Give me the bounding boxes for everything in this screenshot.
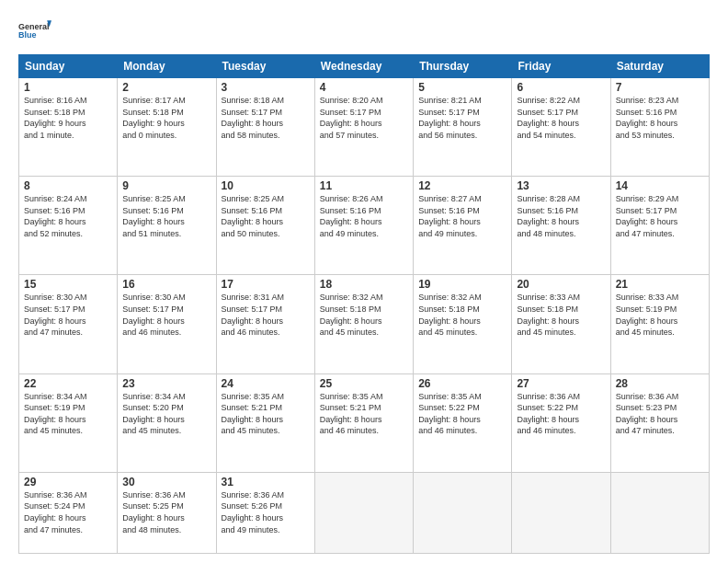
table-row	[314, 472, 413, 553]
table-row: 27Sunrise: 8:36 AMSunset: 5:22 PMDayligh…	[512, 373, 610, 472]
table-row: 31Sunrise: 8:36 AMSunset: 5:26 PMDayligh…	[216, 472, 314, 553]
col-friday: Friday	[512, 55, 610, 78]
col-thursday: Thursday	[414, 55, 512, 78]
page: General Blue Sunday Monday Tuesday Wedne…	[0, 0, 728, 563]
table-row: 18Sunrise: 8:32 AMSunset: 5:18 PMDayligh…	[314, 275, 413, 373]
col-tuesday: Tuesday	[216, 55, 314, 78]
table-row: 16Sunrise: 8:30 AMSunset: 5:17 PMDayligh…	[118, 275, 216, 373]
table-row: 19Sunrise: 8:32 AMSunset: 5:18 PMDayligh…	[414, 275, 512, 373]
table-row: 11Sunrise: 8:26 AMSunset: 5:16 PMDayligh…	[314, 177, 413, 275]
svg-text:Blue: Blue	[18, 30, 37, 40]
table-row: 8Sunrise: 8:24 AMSunset: 5:16 PMDaylight…	[19, 177, 118, 275]
table-row: 25Sunrise: 8:35 AMSunset: 5:21 PMDayligh…	[314, 373, 413, 472]
table-row: 14Sunrise: 8:29 AMSunset: 5:17 PMDayligh…	[610, 177, 709, 275]
table-row: 30Sunrise: 8:36 AMSunset: 5:25 PMDayligh…	[118, 472, 216, 553]
table-row: 9Sunrise: 8:25 AMSunset: 5:16 PMDaylight…	[118, 177, 216, 275]
table-row	[512, 472, 610, 553]
table-row: 22Sunrise: 8:34 AMSunset: 5:19 PMDayligh…	[19, 373, 118, 472]
table-row: 24Sunrise: 8:35 AMSunset: 5:21 PMDayligh…	[216, 373, 314, 472]
table-row: 28Sunrise: 8:36 AMSunset: 5:23 PMDayligh…	[610, 373, 709, 472]
col-monday: Monday	[118, 55, 216, 78]
table-row: 5Sunrise: 8:21 AMSunset: 5:17 PMDaylight…	[414, 78, 512, 177]
table-row: 6Sunrise: 8:22 AMSunset: 5:17 PMDaylight…	[512, 78, 610, 177]
table-row: 4Sunrise: 8:20 AMSunset: 5:17 PMDaylight…	[314, 78, 413, 177]
table-row: 26Sunrise: 8:35 AMSunset: 5:22 PMDayligh…	[414, 373, 512, 472]
table-row: 7Sunrise: 8:23 AMSunset: 5:16 PMDaylight…	[610, 78, 709, 177]
table-row: 20Sunrise: 8:33 AMSunset: 5:18 PMDayligh…	[512, 275, 610, 373]
table-row: 2Sunrise: 8:17 AMSunset: 5:18 PMDaylight…	[118, 78, 216, 177]
table-row: 1Sunrise: 8:16 AMSunset: 5:18 PMDaylight…	[19, 78, 118, 177]
header: General Blue	[18, 14, 710, 47]
col-saturday: Saturday	[610, 55, 709, 78]
table-row: 15Sunrise: 8:30 AMSunset: 5:17 PMDayligh…	[19, 275, 118, 373]
table-row: 29Sunrise: 8:36 AMSunset: 5:24 PMDayligh…	[19, 472, 118, 553]
col-sunday: Sunday	[19, 55, 118, 78]
table-row: 23Sunrise: 8:34 AMSunset: 5:20 PMDayligh…	[118, 373, 216, 472]
calendar-header-row: Sunday Monday Tuesday Wednesday Thursday…	[19, 55, 710, 78]
col-wednesday: Wednesday	[314, 55, 413, 78]
table-row: 3Sunrise: 8:18 AMSunset: 5:17 PMDaylight…	[216, 78, 314, 177]
table-row: 12Sunrise: 8:27 AMSunset: 5:16 PMDayligh…	[414, 177, 512, 275]
svg-text:General: General	[18, 22, 50, 31]
table-row: 21Sunrise: 8:33 AMSunset: 5:19 PMDayligh…	[610, 275, 709, 373]
calendar-table: Sunday Monday Tuesday Wednesday Thursday…	[18, 54, 710, 554]
table-row: 13Sunrise: 8:28 AMSunset: 5:16 PMDayligh…	[512, 177, 610, 275]
logo-svg: General Blue	[18, 14, 51, 47]
table-row: 10Sunrise: 8:25 AMSunset: 5:16 PMDayligh…	[216, 177, 314, 275]
logo: General Blue	[18, 14, 51, 47]
table-row	[610, 472, 709, 553]
table-row	[414, 472, 512, 553]
table-row: 17Sunrise: 8:31 AMSunset: 5:17 PMDayligh…	[216, 275, 314, 373]
